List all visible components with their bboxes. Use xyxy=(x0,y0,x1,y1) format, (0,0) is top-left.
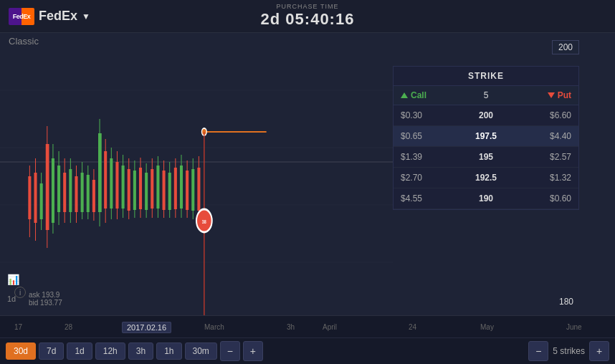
svg-rect-92 xyxy=(197,168,200,211)
ask-label: ask 193.9 xyxy=(29,291,62,299)
controls-bar: 30d 7d 1d 12h 3h 1h 30m − + − 5 strikes … xyxy=(0,338,615,364)
svg-rect-62 xyxy=(139,168,142,209)
svg-rect-41 xyxy=(98,133,102,212)
svg-rect-26 xyxy=(69,169,72,212)
options-row-1[interactable]: $0.65 197.5 $4.40 xyxy=(394,126,578,147)
strikes-minus-btn[interactable]: − xyxy=(528,341,548,361)
svg-rect-17 xyxy=(52,158,54,223)
time-label-march: March xyxy=(204,323,224,331)
put-column-header: Put xyxy=(515,90,571,100)
svg-rect-8 xyxy=(34,173,37,223)
time-label-april: April xyxy=(323,323,337,331)
svg-rect-68 xyxy=(151,169,153,209)
svg-rect-77 xyxy=(168,173,171,210)
svg-rect-50 xyxy=(115,162,118,209)
strike-price-1: 197.5 xyxy=(457,131,515,141)
svg-rect-23 xyxy=(63,173,66,212)
svg-rect-44 xyxy=(104,151,107,209)
time-label-june: June xyxy=(566,323,582,331)
strikes-count: 5 xyxy=(457,90,515,100)
strike-price-3: 192.5 xyxy=(457,173,515,183)
period-7d-btn[interactable]: 7d xyxy=(39,343,64,360)
svg-rect-47 xyxy=(110,158,113,209)
period-12h-btn[interactable]: 12h xyxy=(95,343,125,360)
svg-rect-53 xyxy=(122,166,125,209)
options-row-4[interactable]: $4.55 190 $0.60 xyxy=(394,188,578,209)
options-row-0[interactable]: $0.30 200 $6.60 xyxy=(394,105,578,126)
call-price-3: $2.70 xyxy=(401,173,457,183)
svg-rect-20 xyxy=(57,166,60,212)
strike-price-0: 200 xyxy=(457,110,515,120)
header-left: FedEx FedEx ▼ xyxy=(9,8,90,25)
time-axis: 17 28 2017.02.16 March 3h April 24 May J… xyxy=(0,317,615,338)
options-row-2[interactable]: $1.39 195 $2.57 xyxy=(394,147,578,168)
strike-price-2: 195 xyxy=(457,152,515,162)
bid-label: bid 193.77 xyxy=(29,299,62,307)
svg-rect-11 xyxy=(40,183,43,219)
put-down-arrow xyxy=(548,92,555,98)
call-price-2: $1.39 xyxy=(401,152,457,162)
time-label-24: 24 xyxy=(409,323,416,331)
svg-rect-80 xyxy=(174,168,177,209)
put-price-4: $0.60 xyxy=(515,193,571,203)
period-1h-btn[interactable]: 1h xyxy=(156,343,181,360)
zoom-minus-btn[interactable]: − xyxy=(220,341,240,361)
company-dropdown-icon[interactable]: ▼ xyxy=(82,11,90,21)
chart-type-icon[interactable]: 📊 xyxy=(7,274,19,285)
svg-rect-83 xyxy=(180,166,183,209)
chart-type-label: Classic xyxy=(9,36,39,47)
svg-rect-5 xyxy=(28,176,31,219)
company-name: FedEx xyxy=(39,9,77,24)
call-label: Call xyxy=(411,90,426,100)
strike-price-4: 190 xyxy=(457,193,515,203)
svg-rect-29 xyxy=(75,176,77,212)
svg-rect-38 xyxy=(92,180,95,212)
svg-rect-32 xyxy=(81,173,84,212)
purchase-time-label: PURCHASE TIME xyxy=(261,4,355,10)
put-price-1: $4.40 xyxy=(515,131,571,141)
options-col-headers: Call 5 Put xyxy=(394,86,578,105)
candlestick-chart: 38 xyxy=(0,33,393,315)
header: FedEx FedEx ▼ PURCHASE TIME 2d 05:40:16 xyxy=(0,0,615,33)
ask-bid-info: ask 193.9 bid 193.77 xyxy=(29,291,62,307)
date-label-2017: 2017.02.16 xyxy=(122,323,171,332)
svg-rect-35 xyxy=(87,175,90,212)
price-level-200: 200 xyxy=(552,40,579,54)
svg-rect-56 xyxy=(128,169,130,211)
call-column-header: Call xyxy=(401,90,457,100)
zoom-plus-btn[interactable]: + xyxy=(243,341,263,361)
call-price-0: $0.30 xyxy=(401,110,457,120)
header-center: PURCHASE TIME 2d 05:40:16 xyxy=(261,4,355,29)
svg-rect-86 xyxy=(186,171,189,210)
time-label-3h: 3h xyxy=(287,323,295,331)
put-price-0: $6.60 xyxy=(515,110,571,120)
strikes-plus-btn[interactable]: + xyxy=(589,341,609,361)
price-level-180: 180 xyxy=(553,295,579,308)
chart-period-label: 1d xyxy=(7,294,16,303)
options-panel: STRIKE Call 5 Put $0.30 200 $6.60 $0.65 … xyxy=(393,66,579,210)
call-price-1: $0.65 xyxy=(401,131,457,141)
strike-header-label: STRIKE xyxy=(457,71,515,81)
period-30d-btn[interactable]: 30d xyxy=(6,343,36,360)
fedex-logo: FedEx xyxy=(9,8,34,25)
svg-rect-74 xyxy=(163,171,166,210)
chart-area: 38 STRIKE Call 5 Put $0.30 200 $6.60 $0.… xyxy=(0,33,615,315)
call-price-4: $4.55 xyxy=(401,193,457,203)
options-rows-container: $0.30 200 $6.60 $0.65 197.5 $4.40 $1.39 … xyxy=(394,105,578,209)
info-icon[interactable]: i xyxy=(14,287,26,298)
svg-text:38: 38 xyxy=(202,219,206,224)
options-panel-header: STRIKE xyxy=(394,67,578,86)
period-30m-btn[interactable]: 30m xyxy=(185,343,217,360)
time-label-28: 28 xyxy=(65,323,72,331)
svg-rect-71 xyxy=(156,166,159,209)
svg-rect-14 xyxy=(46,144,49,230)
time-label-17: 17 xyxy=(14,323,22,331)
bottom-bar: 17 28 2017.02.16 March 3h April 24 May J… xyxy=(0,315,615,364)
options-row-3[interactable]: $2.70 192.5 $1.32 xyxy=(394,168,578,188)
put-price-3: $1.32 xyxy=(515,173,571,183)
svg-rect-89 xyxy=(191,169,194,211)
strikes-control: − 5 strikes + xyxy=(528,341,609,361)
period-3h-btn[interactable]: 3h xyxy=(128,343,153,360)
call-up-arrow xyxy=(401,92,408,98)
period-1d-btn[interactable]: 1d xyxy=(67,343,92,360)
